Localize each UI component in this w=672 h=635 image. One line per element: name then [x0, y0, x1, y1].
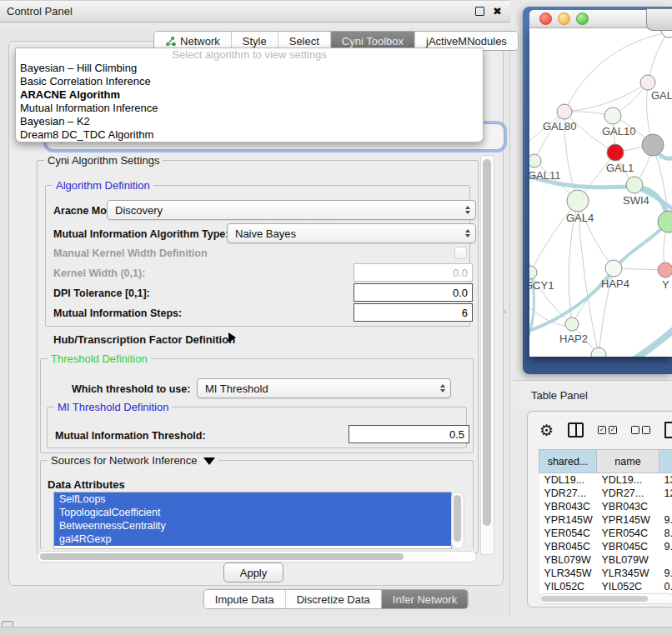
node-label: GAL4	[566, 212, 594, 224]
network-edge-highlighted	[604, 322, 672, 357]
combo-arrows-icon	[440, 384, 445, 392]
panel-divider-grip[interactable]: ‹	[504, 306, 507, 316]
data-attribute-item[interactable]: TopologicalCoefficient	[54, 506, 451, 519]
close-panel-icon[interactable]: ✖	[493, 8, 502, 15]
minimize-window-icon[interactable]	[558, 12, 570, 25]
tab-impute-data[interactable]: Impute Data	[204, 590, 286, 608]
cyni-algorithm-settings-title: Cyni Algorithm Settings	[44, 154, 163, 167]
threshold-definition-title: Threshold Definition	[48, 352, 151, 365]
deselect-all-checks-icon[interactable]	[631, 426, 650, 434]
manual-kernel-checkbox[interactable]	[454, 247, 467, 259]
mi-threshold-title: MI Threshold Definition	[54, 401, 172, 413]
algorithm-option[interactable]: ARACNE Algorithm	[16, 88, 483, 102]
network-node-swi4	[626, 177, 643, 193]
data-attribute-item[interactable]: SelfLoops	[54, 492, 451, 506]
close-window-icon[interactable]	[539, 12, 552, 25]
mi-threshold-field[interactable]: 0.5	[349, 425, 469, 443]
table-horizontal-scrollbar[interactable]	[539, 593, 672, 604]
node-label: SWI4	[623, 194, 649, 207]
network-node-gray-hub	[642, 134, 664, 156]
table-row[interactable]: YER054CYER054C8.	[539, 527, 672, 540]
which-threshold-value: MI Threshold	[205, 382, 268, 395]
dpi-tolerance-label: DPI Tolerance [0,1]:	[53, 288, 150, 299]
network-edge	[648, 30, 669, 82]
network-view-window: GALGAL80GAL10GAL1GAL11SWI4GAL4HAP4YGCY1H…	[523, 7, 672, 374]
which-threshold-label: Which threshold to use:	[72, 383, 190, 395]
mi-steps-field[interactable]: 6	[354, 303, 473, 322]
document-icon[interactable]	[664, 422, 672, 438]
collapse-sources-icon[interactable]	[203, 458, 215, 465]
cyni-mode-tabs: Impute DataDiscretize DataInfer Network	[203, 589, 469, 609]
network-canvas[interactable]: GALGAL80GAL10GAL1GAL11SWI4GAL4HAP4YGCY1H…	[529, 28, 672, 357]
split-columns-icon[interactable]	[568, 422, 584, 438]
background-window-fragment	[646, 8, 672, 31]
table-row[interactable]: YLR345WYLR345W9.	[539, 567, 672, 580]
zoom-window-icon[interactable]	[576, 12, 589, 25]
mi-steps-value: 6	[462, 307, 468, 319]
table-row[interactable]: YPR145WYPR145W9.	[539, 513, 672, 527]
combo-arrows-icon	[465, 206, 470, 214]
tab-discretize-data[interactable]: Discretize Data	[286, 590, 382, 608]
node-label: GAL11	[529, 169, 561, 182]
aracne-mode-combo[interactable]: Discovery	[107, 200, 476, 220]
float-panel-icon[interactable]	[475, 7, 484, 16]
column-header[interactable]: shared...	[539, 450, 597, 473]
network-svg: GALGAL80GAL10GAL1GAL11SWI4GAL4HAP4YGCY1H…	[529, 28, 672, 357]
kernel-width-field: 0.0	[354, 263, 473, 282]
network-edge-highlighted	[529, 222, 668, 333]
select-all-checks-icon[interactable]: ✓✓	[598, 426, 617, 434]
network-node-hap4	[605, 260, 622, 277]
attributes-list-scrollbar[interactable]	[451, 492, 464, 549]
column-header[interactable]	[659, 450, 672, 473]
data-attributes-label: Data Attributes	[48, 478, 125, 491]
node-label: GAL80	[543, 120, 576, 132]
sources-title: Sources for Network Inference	[51, 454, 198, 467]
dpi-tolerance-value: 0.0	[453, 287, 468, 299]
settings-vertical-scrollbar[interactable]	[480, 155, 494, 555]
dpi-tolerance-field[interactable]: 0.0	[354, 283, 473, 302]
node-label: GAL10	[602, 125, 635, 138]
table-row[interactable]: YDL19...YDL19...13	[539, 473, 672, 488]
node-label: GAL1	[606, 162, 634, 174]
network-node-pink-top	[640, 75, 655, 90]
table-row[interactable]: YIL052CYIL052C0.	[539, 580, 672, 593]
apply-button[interactable]: Apply	[223, 562, 283, 582]
table-row[interactable]: YBL079WYBL079W	[539, 553, 672, 567]
data-attributes-list[interactable]: SelfLoopsTopologicalCoefficientBetweenne…	[53, 492, 452, 549]
algorithm-option[interactable]: Mutual Information Inference	[16, 102, 483, 115]
algorithm-definition-title: Algorithm Definition	[53, 179, 153, 192]
settings-gear-icon[interactable]: ⚙	[539, 422, 554, 438]
tab-infer-network[interactable]: Infer Network	[382, 590, 468, 608]
sources-title-wrap: Sources for Network Inference	[48, 454, 218, 467]
network-node-salmon	[658, 262, 672, 278]
mi-type-combo[interactable]: Naive Bayes	[227, 223, 476, 243]
which-threshold-combo[interactable]: MI Threshold	[197, 378, 451, 398]
algorithm-option[interactable]: Bayesian – K2	[16, 115, 483, 128]
hub-definition-label: Hub/Transcription Factor Definition	[53, 333, 235, 346]
node-label: GAL	[651, 89, 672, 102]
kernel-width-value: 0.0	[453, 267, 468, 279]
network-node-gal80	[557, 104, 572, 119]
expand-hub-icon[interactable]	[228, 332, 236, 342]
algorithm-option[interactable]: Bayesian – Hill Climbing	[16, 62, 483, 75]
data-attribute-item[interactable]: BetweennessCentrality	[54, 519, 451, 532]
table-row[interactable]: YBR043CYBR043C	[539, 500, 672, 513]
node-label: HAP2	[559, 332, 588, 345]
node-label: GCY1	[529, 279, 554, 292]
table-row[interactable]: YDR27...YDR27...12	[539, 487, 672, 500]
table-panel-title: Table Panel	[513, 389, 588, 402]
algorithm-option[interactable]: Dream8 DC_TDC Algorithm	[16, 128, 483, 142]
algorithm-option[interactable]: Basic Correlation Inference	[16, 75, 483, 88]
data-attribute-item[interactable]: gal4RGexp	[54, 532, 451, 546]
node-table[interactable]: shared...nameYDL19...YDL19...13YDR27...Y…	[539, 449, 672, 593]
control-panel-titlebar: Control Panel ✖	[0, 0, 510, 22]
node-label: HAP4	[601, 278, 629, 290]
table-toolbar: ⚙ ✓✓	[539, 422, 672, 438]
algorithm-dropdown-list: Select algorithm to view settings Bayesi…	[15, 48, 484, 142]
settings-horizontal-scrollbar[interactable]	[37, 551, 477, 562]
table-row[interactable]: YBR045CYBR045C9.	[539, 540, 672, 553]
column-header[interactable]: name	[597, 450, 659, 473]
network-icon	[165, 36, 176, 47]
network-node-hap2	[565, 318, 579, 331]
algorithm-placeholder: Select algorithm to view settings	[16, 48, 483, 62]
